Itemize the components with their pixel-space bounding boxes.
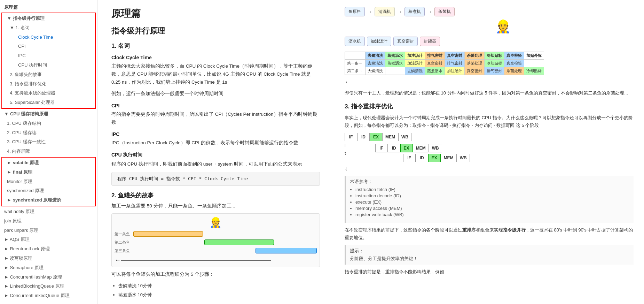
- fish-steps-list: 去鳞清洗 10分钟 蒸煮沥水 10分钟: [118, 282, 320, 299]
- sidebar-item-join[interactable]: join 原理: [0, 216, 97, 226]
- fish-steps-title: 可以将每个鱼罐头的加工流程细分为 5 个步骤：: [111, 271, 320, 279]
- term3-desc: IPC（Instruction Per Clock Cycle）即 CPI 的倒…: [111, 139, 320, 147]
- expand-icon-volatile: ►: [7, 159, 11, 167]
- r1c1: 去鳞清洗: [366, 60, 385, 67]
- flow-box-3: 蒸煮机: [405, 7, 425, 16]
- sidebar-item-cache-read[interactable]: 2. CPU 缓存读: [3, 128, 97, 138]
- worker-icon: 👷: [115, 216, 317, 228]
- stage-id-2: ID: [388, 144, 400, 152]
- readwrite-arrow: ►: [4, 256, 10, 261]
- cpi-label: CPI: [18, 44, 26, 49]
- r2c8: 冷却贴标: [524, 67, 544, 75]
- bar1: [133, 231, 203, 237]
- sidebar-item-cpu-time[interactable]: CPU 执行时间: [14, 61, 94, 70]
- hint-desc: 分阶段、分工是提升效率的关键！: [350, 256, 629, 262]
- r2c1: [385, 67, 405, 75]
- sidebar-item-semaphore[interactable]: ► Semaphore 原理: [0, 263, 97, 273]
- sidebar-item-park-unpark[interactable]: park unpark 原理: [0, 226, 97, 235]
- col-jiance: 真空检验: [504, 52, 524, 60]
- r2c7: 杀菌处理: [504, 67, 524, 75]
- flow-box-2: 清洗机: [375, 7, 395, 16]
- term1-desc: 主频的概念大家接触的比较多，而 CPU 的 Clock Cycle Time（时…: [111, 62, 320, 86]
- r1c2: 蒸煮沥水: [385, 60, 405, 67]
- term4-desc: 程序的 CPU 执行时间，即我们前面提到的 user + system 时间，可…: [111, 160, 320, 168]
- arrow1: →: [367, 9, 372, 15]
- page-title: 原理篇: [111, 7, 320, 20]
- sidebar-item-ipc[interactable]: IPC: [14, 51, 94, 61]
- term-ref-wb: register write back (WB): [355, 212, 629, 217]
- col-zhenkonc: 真空密封: [445, 52, 465, 60]
- r1c7: 冷却贴标: [485, 60, 504, 67]
- sub1-title: 1. 名词: [111, 42, 320, 50]
- sidebar-item-cpu-cache[interactable]: ▼ CPU 缓存结构原理: [0, 109, 97, 119]
- reentrant-arrow: ►: [4, 246, 10, 251]
- sidebar-item-superscalar[interactable]: 5. SuperScalar 处理器: [6, 98, 94, 107]
- table-row-r2: 第二条→ 大鳞清洗 去鳞清洗 蒸煮沥水 加注汤汁 真空密封 排气密封 杀菌处理 …: [345, 67, 544, 75]
- col-qingxi: 去鳞清洗: [366, 52, 385, 60]
- term-ref-ex: execute (EX): [355, 199, 629, 205]
- sidebar-item-cache-struct[interactable]: 1. CPU 缓存结构: [3, 119, 97, 128]
- sidebar-item-monitor[interactable]: Monitor 原理: [3, 177, 94, 187]
- sidebar-item-reorder[interactable]: 3. 指令重排序优化: [6, 79, 94, 89]
- cpu-cache-group: 1. CPU 缓存结构 2. CPU 缓存读 3. CPU 缓存一致性 4. 内…: [0, 119, 97, 156]
- pipeline-row-2: IF ID EX MEM WB: [375, 144, 470, 152]
- r1c5: 排气密封: [445, 60, 465, 67]
- expand-icon-sync-adv: ►: [7, 197, 11, 204]
- sidebar-item-aqs[interactable]: ► AQS 原理: [0, 235, 97, 244]
- flow-box-7: 真空密封: [393, 37, 418, 46]
- stage-mem-2: MEM: [413, 144, 429, 152]
- sidebar-item-linked-blocking[interactable]: ► LinkedBlockingQueue 原理: [0, 282, 97, 291]
- sidebar-item-cpi[interactable]: CPI: [14, 42, 94, 51]
- table-row-r1: 第一条→ 去鳞清洗 蒸煮沥水 加注汤汁 真空密封 排气密封 杀菌处理 冷却贴标 …: [345, 60, 544, 67]
- term-ref-id: instruction decode (ID): [355, 193, 629, 198]
- row2-label: 第二条→: [345, 67, 366, 75]
- term4-heading: CPU 执行时间: [111, 152, 320, 158]
- sidebar-item-instruction-parallel[interactable]: ▼ 指令级并行原理: [3, 14, 94, 23]
- arrow3: →: [427, 9, 432, 15]
- r1c4: 真空密封: [425, 60, 445, 67]
- sidebar-item-concurrent-hashmap[interactable]: ► ConcurrentHashMap 原理: [0, 273, 97, 282]
- sidebar-item-volatile[interactable]: ► volatile 原理: [3, 158, 94, 168]
- sidebar-item-synchronized-advanced[interactable]: ► synchronized 原理进阶: [3, 196, 94, 205]
- red-box-group-1: ▼ 指令级并行原理 ▼ 1. 名词 Clock Cycle Time CPI I…: [1, 13, 96, 109]
- sidebar-item-fish[interactable]: 2. 鱼罐头的故事: [6, 70, 94, 79]
- sidebar-item-concurrent-linked[interactable]: ► ConcurrentLinkedQueue 原理: [0, 291, 97, 301]
- sidebar-item-memory-barrier[interactable]: 4. 内存屏障: [3, 147, 97, 156]
- sidebar-top-header[interactable]: 原理篇: [0, 3, 97, 12]
- flow-row-top: 鱼原料 → 清洗机 → 蒸煮机 → 杀菌机: [345, 7, 634, 16]
- r2c6: 排气密封: [485, 67, 504, 75]
- pipeline-gantt-table: 去鳞清洗 蒸煮沥水 加注汤汁 排气密封 真空密封 杀菌处理 冷却贴标 真空检验 …: [345, 52, 544, 75]
- pipeline-rows-area: i t IF ID EX MEM WB IF ID EX MEM WB: [345, 143, 634, 164]
- r2c4: 加注汤汁: [445, 67, 465, 75]
- sidebar-item-synchronized[interactable]: synchronized 原理: [3, 186, 94, 196]
- red-box-group-2: ► volatile 原理 ► final 原理 Monitor 原理 sync…: [1, 157, 96, 206]
- terms-ref-title: 术语参考：: [350, 178, 629, 185]
- section3-desc: 事实上，现代处理器会设计为一个时钟周期完成一条执行时间最长的 CPU 指令。为什…: [345, 114, 634, 129]
- col-jiazhu: 加注汤汁: [405, 52, 425, 60]
- sidebar-item-terms[interactable]: ▼ 1. 名词: [6, 23, 94, 33]
- gantt-row-1: 第一条鱼: [115, 230, 317, 238]
- sidebar-item-final[interactable]: ► final 原理: [3, 168, 94, 177]
- sidebar-item-pipeline-proc[interactable]: 4. 支持流水线的处理器: [6, 89, 94, 98]
- sidebar-item-reentrant[interactable]: ► ReentrantLock 原理: [0, 244, 97, 254]
- flow-box-1: 鱼原料: [345, 7, 365, 16]
- sidebar-item-readwrite[interactable]: ► 读写锁原理: [0, 254, 97, 263]
- hint-title: 提示：: [350, 248, 629, 254]
- sidebar-item-clock-cycle[interactable]: Clock Cycle Time: [14, 33, 94, 42]
- stage-if-1: IF: [345, 133, 357, 141]
- r2c5: 真空密封: [465, 67, 485, 75]
- pipeline-table-area: 去鳞清洗 蒸煮沥水 加注汤汁 排气密封 真空密封 杀菌处理 冷却贴标 真空检验 …: [345, 52, 634, 75]
- sidebar-item-wait-notify[interactable]: wait notify 原理: [0, 207, 97, 216]
- r1c8: 真空检验: [504, 60, 524, 67]
- stage-ex-1: EX: [370, 133, 382, 141]
- arrow2: →: [397, 9, 402, 15]
- r2c0: 大鳞清洗: [366, 67, 385, 75]
- term1-heading: Clock Cycle Time: [111, 55, 320, 60]
- hint-box: 提示： 分阶段、分工是提升效率的关键！: [345, 245, 634, 265]
- sidebar-instruction-parallel-label: 指令级并行原理: [13, 15, 45, 22]
- bar3-label: 第三条鱼: [115, 248, 130, 253]
- col-lenggue: 冷却贴标: [485, 52, 504, 60]
- sidebar-item-cache-consistency[interactable]: 3. CPU 缓存一致性: [3, 137, 97, 147]
- r2c3: 蒸煮沥水: [425, 67, 445, 75]
- reorder-desc: 在不改变程序结果的前提下，这些指令的各个阶段可以通过重排序和组合来实现指令级并行…: [345, 226, 634, 242]
